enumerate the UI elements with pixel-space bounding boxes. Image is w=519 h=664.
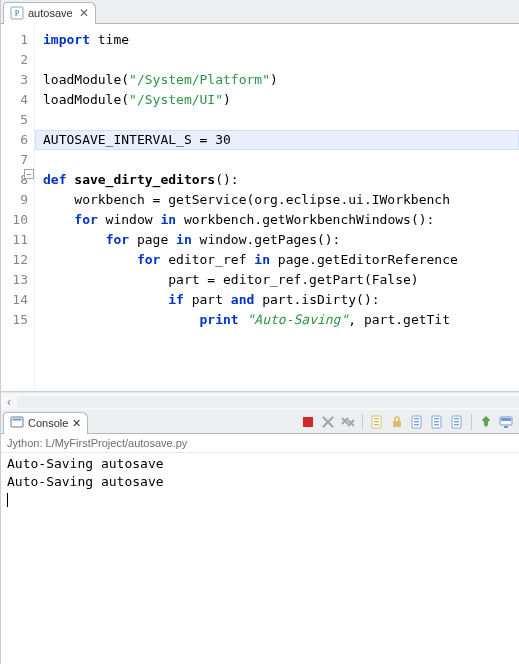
line-number: 1 xyxy=(1,30,28,50)
svg-rect-15 xyxy=(434,418,439,420)
svg-rect-4 xyxy=(303,417,313,427)
line-number: 5 xyxy=(1,110,28,130)
editor-tab-bar: P autosave ✕ xyxy=(1,0,519,24)
remove-terminated-icon[interactable] xyxy=(319,413,337,431)
console-process-header: Jython: L/MyFirstProject/autosave.py xyxy=(1,434,519,453)
console-output[interactable]: Auto-Saving autosaveAuto-Saving autosave xyxy=(1,453,519,664)
editor-horizontal-scrollbar[interactable]: ‹ xyxy=(1,392,519,410)
line-number: 15 xyxy=(1,310,28,330)
word-wrap-icon[interactable] xyxy=(408,413,426,431)
code-line[interactable] xyxy=(43,110,519,130)
code-line[interactable] xyxy=(43,50,519,70)
toolbar-separator xyxy=(362,414,363,430)
console-icon xyxy=(10,415,24,431)
svg-rect-6 xyxy=(374,418,379,420)
svg-rect-17 xyxy=(434,424,439,426)
code-line[interactable]: import time xyxy=(43,30,519,50)
console-line: Auto-Saving autosave xyxy=(7,473,513,491)
code-line[interactable]: print "Auto-Saving", part.getTit xyxy=(43,310,519,330)
line-number: 4 xyxy=(1,90,28,110)
console-view: Jython: L/MyFirstProject/autosave.py Aut… xyxy=(1,434,519,664)
line-number: 3 xyxy=(1,70,28,90)
code-line[interactable]: workbench = getService(org.eclipse.ui.IW… xyxy=(43,190,519,210)
show-when-error-icon[interactable] xyxy=(448,413,466,431)
line-number: 6 xyxy=(1,130,28,150)
svg-rect-16 xyxy=(434,421,439,423)
console-tab[interactable]: Console ✕ xyxy=(3,412,88,434)
toolbar-separator xyxy=(471,414,472,430)
scroll-track[interactable] xyxy=(17,396,519,408)
svg-rect-21 xyxy=(454,424,459,426)
svg-rect-24 xyxy=(504,426,508,428)
close-icon[interactable]: ✕ xyxy=(79,7,89,19)
code-line[interactable]: if part and part.isDirty(): xyxy=(43,290,519,310)
python-file-icon: P xyxy=(10,6,24,20)
scroll-lock-icon[interactable] xyxy=(388,413,406,431)
code-line[interactable]: for page in window.getPages(): xyxy=(43,230,519,250)
code-area[interactable]: import time loadModule("/System/Platform… xyxy=(35,24,519,391)
code-editor[interactable]: 12345678−9101112131415 import time loadM… xyxy=(1,24,519,392)
svg-rect-9 xyxy=(393,421,401,427)
pin-console-icon[interactable] xyxy=(477,413,495,431)
code-line[interactable] xyxy=(43,150,519,170)
line-number: 2 xyxy=(1,50,28,70)
line-number: 13 xyxy=(1,270,28,290)
code-line[interactable]: loadModule("/System/UI") xyxy=(43,90,519,110)
editor-tab-autosave[interactable]: P autosave ✕ xyxy=(3,2,96,24)
clear-console-icon[interactable] xyxy=(368,413,386,431)
line-number: 10 xyxy=(1,210,28,230)
line-number: 7 xyxy=(1,150,28,170)
svg-rect-3 xyxy=(13,419,22,421)
code-line[interactable]: def save_dirty_editors(): xyxy=(43,170,519,190)
svg-text:P: P xyxy=(15,9,20,18)
line-number: 11 xyxy=(1,230,28,250)
line-number: 14 xyxy=(1,290,28,310)
line-number: 9 xyxy=(1,190,28,210)
code-line[interactable]: part = editor_ref.getPart(False) xyxy=(43,270,519,290)
show-when-output-icon[interactable] xyxy=(428,413,446,431)
console-toolbar xyxy=(299,413,519,431)
close-icon[interactable]: ✕ xyxy=(72,417,81,430)
editor-tab-label: autosave xyxy=(28,7,73,19)
svg-rect-13 xyxy=(414,424,419,426)
code-line[interactable]: for editor_ref in page.getEditorReferenc… xyxy=(43,250,519,270)
console-cursor xyxy=(7,493,8,507)
code-line[interactable]: AUTOSAVE_INTERVAL_S = 30 xyxy=(35,130,519,150)
line-number-gutter: 12345678−9101112131415 xyxy=(1,24,35,391)
terminate-icon[interactable] xyxy=(299,413,317,431)
code-line[interactable]: for window in workbench.getWorkbenchWind… xyxy=(43,210,519,230)
display-console-icon[interactable] xyxy=(497,413,515,431)
line-number: 8− xyxy=(1,170,28,190)
svg-rect-8 xyxy=(374,424,379,426)
fold-toggle-icon[interactable]: − xyxy=(24,169,34,179)
svg-rect-19 xyxy=(454,418,459,420)
svg-rect-12 xyxy=(414,421,419,423)
remove-all-icon[interactable] xyxy=(339,413,357,431)
svg-rect-20 xyxy=(454,421,459,423)
svg-rect-7 xyxy=(374,421,379,423)
console-tab-bar: Console ✕ xyxy=(1,410,519,434)
code-line[interactable]: loadModule("/System/Platform") xyxy=(43,70,519,90)
console-line: Auto-Saving autosave xyxy=(7,455,513,473)
line-number: 12 xyxy=(1,250,28,270)
svg-rect-23 xyxy=(501,418,511,421)
scroll-left-icon[interactable]: ‹ xyxy=(1,395,17,409)
svg-rect-11 xyxy=(414,418,419,420)
console-tab-label: Console xyxy=(28,417,68,429)
